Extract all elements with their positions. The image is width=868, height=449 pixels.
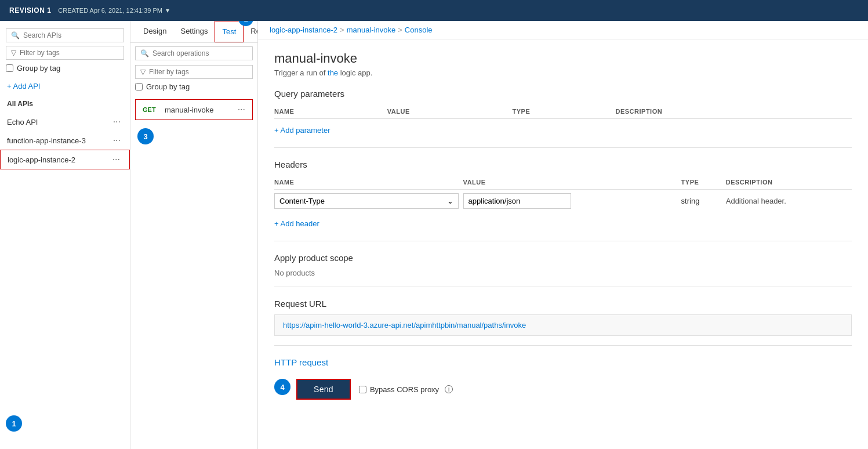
header-col-description: DESCRIPTION	[726, 175, 852, 190]
tab-bar: Design Settings Test 2 Revisions Change …	[130, 21, 257, 43]
header-name-select[interactable]: Content-Type ⌄	[274, 193, 459, 209]
add-parameter-button[interactable]: + Add parameter	[274, 122, 852, 138]
query-params-table: NAME VALUE TYPE DESCRIPTION	[274, 104, 852, 119]
tab-settings[interactable]: Settings	[173, 21, 215, 42]
bypass-cors-row: Bypass CORS proxy i	[359, 385, 453, 394]
bypass-cors-checkbox[interactable]	[359, 386, 366, 393]
all-apis-label: All APIs	[0, 97, 130, 110]
api-dots-logic[interactable]: ···	[110, 154, 122, 165]
content-subtitle: Trigger a run of the logic app.	[274, 68, 852, 77]
headers-section: Headers NAME VALUE TYPE DESCRIPTION	[274, 160, 852, 231]
revision-chevron[interactable]: ▾	[166, 6, 169, 15]
op-dots[interactable]: ···	[238, 104, 245, 115]
header-name-value: Content-Type	[279, 197, 325, 205]
table-row: Content-Type ⌄ string Addi	[274, 190, 852, 213]
step-3-circle: 3	[137, 128, 154, 144]
op-method: GET	[143, 106, 159, 113]
header-col-name: NAME	[274, 175, 463, 190]
col-description: DESCRIPTION	[616, 104, 852, 119]
divider-3	[274, 287, 852, 287]
send-row: Send Bypass CORS proxy i	[296, 379, 453, 400]
breadcrumb-console[interactable]: Console	[405, 26, 433, 34]
sidebar-group-by[interactable]: Group by tag	[6, 64, 124, 73]
middle-group-by-checkbox[interactable]	[135, 83, 143, 90]
headers-header: Headers	[274, 160, 852, 169]
add-header-button[interactable]: + Add header	[274, 216, 852, 231]
middle-group-by-label: Group by tag	[146, 82, 190, 91]
revision-created: CREATED Apr 6, 2021, 12:41:39 PM	[58, 7, 162, 14]
middle-filter-icon: ▽	[140, 68, 146, 76]
request-url-header: Request URL	[274, 299, 852, 309]
http-request-header: HTTP request	[274, 357, 852, 367]
filter-operations-input[interactable]	[149, 68, 248, 76]
search-operations-input[interactable]	[152, 49, 248, 57]
divider-2	[274, 241, 852, 241]
http-request-section: HTTP request 4 Send Bypass CORS proxy i	[274, 357, 852, 400]
header-col-value: VALUE	[463, 175, 681, 190]
api-item-echo[interactable]: Echo API ···	[0, 113, 130, 131]
api-name-echo: Echo API	[7, 118, 38, 126]
subtitle-link[interactable]: the	[328, 68, 338, 77]
breadcrumb-logic-app[interactable]: logic-app-instance-2	[270, 26, 337, 34]
step-1-circle: 1	[6, 415, 22, 432]
revision-tag: REVISION 1	[9, 6, 51, 15]
middle-group-by[interactable]: Group by tag	[135, 82, 253, 91]
content-panel: logic-app-instance-2 > manual-invoke > C…	[258, 21, 868, 449]
info-icon[interactable]: i	[445, 385, 453, 393]
headers-table: NAME VALUE TYPE DESCRIPTION Content-Type…	[274, 175, 852, 212]
middle-panel: Design Settings Test 2 Revisions Change …	[130, 21, 258, 449]
tab-design[interactable]: Design	[136, 21, 173, 42]
step-4-circle: 4	[274, 379, 290, 395]
group-by-tag-checkbox[interactable]	[6, 64, 13, 72]
content-title: manual-invoke	[274, 51, 852, 66]
api-dots-function[interactable]: ···	[111, 135, 123, 146]
filter-icon: ▽	[11, 49, 16, 57]
api-item-function[interactable]: function-app-instance-3 ···	[0, 131, 130, 150]
api-item-logic[interactable]: logic-app-instance-2 ···	[0, 150, 130, 169]
bypass-cors-label: Bypass CORS proxy	[370, 385, 439, 394]
request-url-box: https://apim-hello-world-3.azure-api.net…	[274, 314, 852, 336]
search-icon: 🔍	[11, 31, 20, 39]
operation-item-manual-invoke[interactable]: GET manual-invoke ···	[135, 99, 253, 120]
header-name-chevron: ⌄	[447, 197, 453, 205]
api-name-logic: logic-app-instance-2	[8, 155, 75, 164]
middle-search-icon: 🔍	[140, 49, 149, 57]
no-products-label: No products	[274, 269, 852, 277]
revision-bar: REVISION 1 CREATED Apr 6, 2021, 12:41:39…	[0, 0, 868, 21]
api-name-function: function-app-instance-3	[7, 136, 86, 145]
group-by-label: Group by tag	[17, 64, 60, 73]
header-description: Additional header.	[726, 197, 786, 205]
add-api-button[interactable]: + Add API	[0, 78, 130, 94]
breadcrumb: logic-app-instance-2 > manual-invoke > C…	[258, 21, 868, 39]
search-apis-input[interactable]	[23, 31, 119, 39]
breadcrumb-manual-invoke[interactable]: manual-invoke	[347, 26, 396, 34]
sidebar: 🔍 ▽ Group by tag + Add API All APIs Echo…	[0, 21, 130, 449]
header-col-type: TYPE	[681, 175, 726, 190]
tab-test[interactable]: Test 2	[215, 21, 244, 42]
send-button[interactable]: Send	[296, 379, 351, 400]
col-type: TYPE	[513, 104, 616, 119]
query-params-header: Query parameters	[274, 89, 852, 99]
middle-filter-box[interactable]: ▽	[135, 65, 253, 79]
main-layout: 🔍 ▽ Group by tag + Add API All APIs Echo…	[0, 21, 868, 449]
product-scope-header: Apply product scope	[274, 253, 852, 263]
request-url-section: Request URL https://apim-hello-world-3.a…	[274, 299, 852, 336]
divider-4	[274, 345, 852, 346]
filter-by-tags-input[interactable]	[20, 49, 119, 57]
sidebar-filter-box[interactable]: ▽	[6, 46, 124, 60]
divider-1	[274, 147, 852, 148]
sidebar-search-box[interactable]: 🔍	[6, 28, 124, 42]
product-scope-section: Apply product scope No products	[274, 253, 852, 277]
step-4-row: 4 Send Bypass CORS proxy i	[274, 374, 852, 400]
content-body: manual-invoke Trigger a run of the logic…	[258, 39, 868, 449]
header-value-input[interactable]	[463, 193, 571, 209]
header-type: string	[681, 197, 700, 205]
col-value: VALUE	[387, 104, 513, 119]
api-dots-echo[interactable]: ···	[111, 117, 123, 127]
op-name: manual-invoke	[165, 106, 238, 114]
middle-search-box[interactable]: 🔍	[135, 46, 253, 60]
col-name: NAME	[274, 104, 387, 119]
